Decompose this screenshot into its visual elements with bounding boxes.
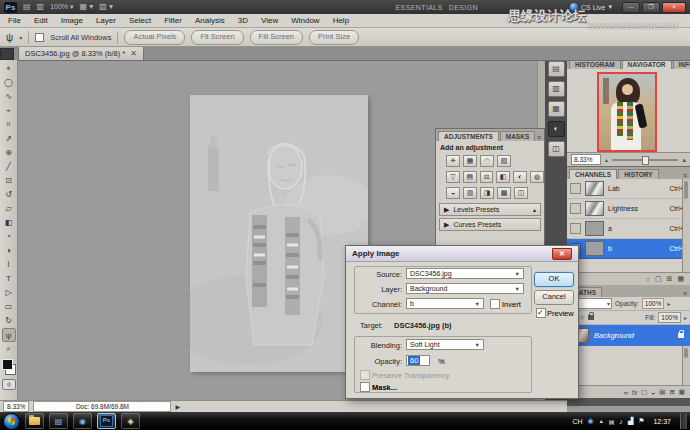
gradient-map-icon[interactable]: ▩ [497, 187, 511, 199]
status-zoom-field[interactable]: 8.33% [3, 401, 29, 412]
taskbar-explorer-icon[interactable] [25, 413, 44, 429]
layer-fill-value[interactable]: 100% [658, 312, 681, 323]
type-tool[interactable]: T [2, 272, 16, 286]
threshold-icon[interactable]: ◨ [480, 187, 494, 199]
dialog-title-bar[interactable]: Apply Image ✕ [346, 246, 578, 262]
scroll-up-icon[interactable]: ▴ [533, 206, 536, 213]
channels-scrollbar[interactable] [682, 179, 690, 272]
new-group-icon[interactable]: ▤ [659, 388, 665, 396]
menu-filter[interactable]: Filter [164, 16, 182, 25]
slider-thumb[interactable] [642, 156, 649, 165]
zoom-in-icon[interactable]: ▴ [682, 156, 686, 164]
black-white-icon[interactable]: ◧ [496, 171, 510, 183]
panel-menu-icon[interactable]: ≡ [683, 172, 690, 179]
dock-icon-swatches[interactable]: ▦ [548, 101, 565, 117]
lock-all-icon[interactable] [588, 315, 594, 320]
panel-menu-icon[interactable]: ≡ [537, 134, 544, 141]
preview-checkbox[interactable] [536, 308, 546, 318]
invert-checkbox[interactable] [490, 299, 500, 309]
link-layers-icon[interactable]: ∞ [623, 389, 628, 396]
channel-row-lab[interactable]: Lab Ctrl+2 [567, 179, 690, 199]
document-tab[interactable]: DSC3456.jpg @ 8.33% (b/8) * ✕ [18, 46, 144, 60]
layer-style-icon[interactable]: fx [632, 389, 637, 396]
tab-masks[interactable]: MASKS [500, 131, 535, 141]
view-extras-icon[interactable]: ▥ [37, 2, 45, 12]
channel-row-lightness[interactable]: Lightness Ctrl+3 [567, 199, 690, 219]
tray-messenger-icon[interactable]: ◉ [588, 417, 594, 425]
path-selection-tool[interactable]: ▷ [2, 286, 16, 300]
new-adjustment-layer-icon[interactable]: ◒ [651, 389, 655, 396]
channel-dropdown[interactable]: b▼ [406, 298, 484, 309]
gradient-tool[interactable]: ◧ [2, 216, 16, 230]
print-size-button[interactable]: Print Size [309, 30, 359, 45]
posterize-icon[interactable]: ▥ [463, 187, 477, 199]
selective-color-icon[interactable]: ◫ [514, 187, 528, 199]
new-channel-icon[interactable]: ⊞ [667, 275, 673, 283]
curves-icon[interactable]: ◠ [480, 155, 494, 167]
levels-presets-row[interactable]: ▶ Levels Presets ▴ [439, 203, 541, 216]
scrollbar-thumb[interactable] [684, 181, 688, 199]
source-dropdown[interactable]: DSC3456.jpg▼ [406, 268, 524, 279]
menu-image[interactable]: Image [61, 16, 83, 25]
taskbar-app2-icon[interactable]: ▤ [49, 413, 68, 429]
menu-layer[interactable]: Layer [96, 16, 116, 25]
taskbar-photoshop-icon[interactable]: Ps [97, 413, 116, 429]
zoom-out-icon[interactable]: ▴ [605, 156, 608, 163]
navigator-thumbnail[interactable] [597, 72, 657, 152]
layer-opacity-value[interactable]: 100% [642, 298, 665, 309]
lasso-tool[interactable]: ∿ [2, 90, 16, 104]
visibility-toggle-icon[interactable] [570, 183, 581, 194]
photo-filter-icon[interactable]: ◐ [513, 171, 527, 183]
zoom-level-dropdown[interactable]: 100% ▾ [50, 3, 73, 11]
tray-app-icon[interactable]: ▤ [609, 418, 615, 425]
menu-3d[interactable]: 3D [238, 16, 248, 25]
color-balance-icon[interactable]: ⚖ [480, 171, 494, 183]
eyedropper-tool[interactable]: ⇗ [2, 132, 16, 146]
curves-presets-row[interactable]: ▶ Curves Presets [439, 218, 541, 231]
healing-brush-tool[interactable]: ⊕ [2, 146, 16, 160]
crop-tool[interactable]: ⌗ [2, 118, 16, 132]
chevron-icon[interactable]: ▸ [684, 314, 687, 321]
tab-close-icon[interactable]: ✕ [130, 49, 137, 58]
save-selection-icon[interactable]: ▢ [655, 275, 662, 283]
close-button[interactable]: ✕ [662, 2, 686, 13]
quick-selection-tool[interactable]: ⌁ [2, 104, 16, 118]
delete-channel-icon[interactable]: ▦ [677, 275, 684, 283]
language-indicator[interactable]: CH [572, 418, 582, 425]
workspace-essentials[interactable]: ESSENTIALS [396, 4, 443, 11]
actual-pixels-button[interactable]: Actual Pixels [124, 30, 185, 45]
shape-tool[interactable]: ▭ [2, 300, 16, 314]
hand-tool[interactable]: ψ [2, 328, 16, 342]
levels-icon[interactable]: ▦ [463, 155, 477, 167]
navigator-zoom-field[interactable]: 8.33% [571, 154, 601, 165]
channel-row-a[interactable]: a Ctrl+4 [567, 219, 690, 239]
move-tool[interactable]: ⌖ [2, 62, 16, 76]
taskbar-clock[interactable]: 12:37 [649, 418, 675, 425]
menu-select[interactable]: Select [129, 16, 151, 25]
restore-button[interactable]: ❐ [642, 2, 660, 13]
channel-row-b[interactable]: b Ctrl+5 [567, 239, 690, 259]
brightness-contrast-icon[interactable]: ☀ [446, 155, 460, 167]
menu-edit[interactable]: Edit [34, 16, 48, 25]
menu-view[interactable]: View [261, 16, 278, 25]
volume-icon[interactable]: ♪ [619, 418, 623, 425]
dock-icon-masks[interactable]: ◫ [548, 141, 565, 157]
tab-bar-corner-icon[interactable] [0, 48, 14, 60]
history-brush-tool[interactable]: ↺ [2, 188, 16, 202]
show-desktop-button[interactable] [680, 413, 687, 429]
tab-channels[interactable]: CHANNELS [569, 169, 617, 179]
taskbar-app5-icon[interactable]: ◈ [121, 413, 140, 429]
layers-scrollbar[interactable] [682, 346, 690, 385]
cancel-button[interactable]: Cancel [534, 290, 574, 305]
scrollbar-thumb[interactable] [684, 348, 688, 358]
tab-adjustments[interactable]: ADJUSTMENTS [438, 131, 499, 141]
start-button[interactable] [3, 413, 20, 430]
3d-rotate-tool[interactable]: ↻ [2, 314, 16, 328]
hue-saturation-icon[interactable]: ▤ [463, 171, 477, 183]
ok-button[interactable]: OK [534, 272, 574, 287]
visibility-toggle-icon[interactable] [570, 203, 581, 214]
arrange-documents-icon[interactable]: ▦ ▾ [80, 2, 94, 12]
network-icon[interactable]: ▟ [628, 417, 633, 425]
add-layer-mask-icon[interactable]: ▢ [641, 388, 647, 396]
document-preview[interactable] [190, 95, 368, 372]
